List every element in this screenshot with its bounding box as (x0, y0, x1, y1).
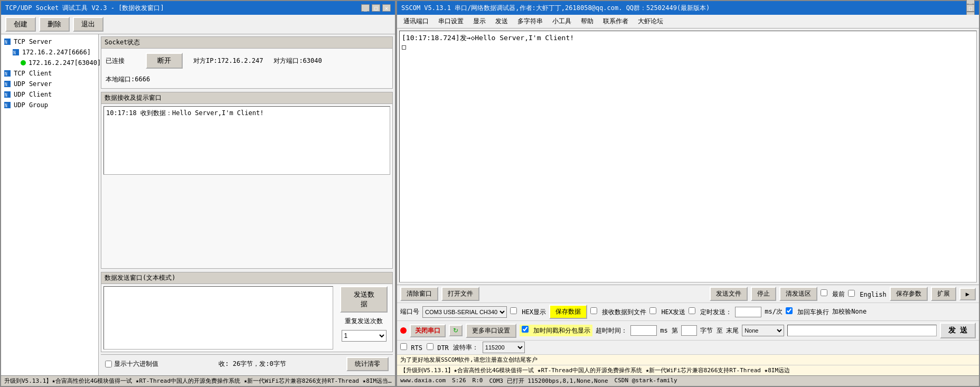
more-ports-btn[interactable]: 更多串口设置 (466, 324, 516, 338)
menu-contact[interactable]: 联系作者 (599, 16, 633, 27)
socket-status-content: 已连接 断开 对方IP:172.16.2.247 对方端口:63040 (101, 49, 392, 73)
last-checkbox-label[interactable]: 最前 (821, 289, 845, 299)
sidebar: N TCP Server N 172.16.2.247[6666] 172.16… (1, 34, 99, 375)
clear-send-btn[interactable]: 清发送区 (779, 287, 817, 301)
clear-window-btn[interactable]: 清除窗口 (400, 287, 438, 301)
sidebar-label-ip-6666: 172.16.2.247[6666] (22, 49, 91, 56)
dtr-label[interactable]: DTR (427, 343, 449, 352)
send-data-button[interactable]: 发送数据 (340, 286, 388, 313)
bottom-toolbar: 清除窗口 打开文件 发送文件 停止 清发送区 最前 English 保存参数 扩… (397, 285, 979, 375)
data-receive-box: 数据接收及提示窗口 10:17:18 收到数据：Hello Server,I'm… (101, 92, 393, 269)
menu-comm-port[interactable]: 通讯端口 (399, 16, 433, 27)
port-select[interactable]: COM3 USB-SERIAL CH340 (422, 306, 507, 318)
repeat-select[interactable]: 1 2 5 10 (342, 330, 387, 342)
fa-send-btn[interactable]: 发 送 (940, 323, 976, 338)
sidebar-label-udp-client: UDP Client (14, 91, 52, 98)
hex-show-checkbox[interactable] (510, 307, 517, 314)
menu-display[interactable]: 显示 (469, 16, 490, 27)
byte-count: 收: 26字节，发:0字节 (219, 360, 286, 369)
statusbar-url: www.daxia.com (400, 377, 446, 385)
stats-clear-button[interactable]: 统计清零 (346, 357, 389, 371)
display-content-line1: [10:17:18.724]发→◇Hello Server,I'm Client… (402, 33, 974, 51)
left-minimize-btn[interactable]: _ (361, 4, 370, 12)
sidebar-item-udp-client[interactable]: N UDP Client (1, 89, 98, 100)
socket-status-row2: 本地端口:6666 (101, 73, 392, 88)
connected-status: 已连接 (106, 56, 125, 65)
send-content: 发送数据 重复发送次数 1 2 5 10 (101, 284, 392, 352)
socket-status-box: Socket状态 已连接 断开 对方IP:172.16.2.247 对方端口:6… (101, 36, 393, 89)
svg-point-4 (21, 60, 26, 65)
save-data-btn[interactable]: 保存数据 (549, 305, 587, 319)
expand-btn[interactable]: 扩展 (931, 287, 956, 301)
svg-text:N: N (5, 93, 7, 98)
recv-to-file-label[interactable]: 接收数据到文件 (590, 307, 646, 317)
create-button[interactable]: 创建 (5, 17, 36, 32)
send-file-btn[interactable]: 发送文件 (710, 287, 748, 301)
recv-to-file-checkbox[interactable] (590, 307, 597, 314)
refresh-btn[interactable]: ↻ (449, 325, 463, 336)
menu-send[interactable]: 发送 (491, 16, 512, 27)
right-minimize-btn[interactable]: _ (966, 0, 975, 4)
remote-port: 对方端口:63040 (274, 56, 322, 65)
sidebar-item-ip-63040[interactable]: 172.16.2.247[63040] (1, 58, 98, 68)
sidebar-item-udp-server[interactable]: N UDP Server (1, 79, 98, 89)
timed-send-label[interactable]: 定时发送： (689, 307, 732, 317)
menu-help[interactable]: 帮助 (577, 16, 598, 27)
dtr-checkbox[interactable] (427, 343, 434, 350)
baud-select[interactable]: 115200 9600 38400 (483, 342, 525, 353)
port-label: 端口号 (400, 307, 419, 316)
sidebar-item-tcp-client[interactable]: N TCP Client (1, 68, 98, 79)
english-checkbox[interactable] (848, 290, 855, 297)
close-port-btn[interactable]: 关闭串口 (410, 324, 446, 337)
menu-serial-settings[interactable]: 串口设置 (434, 16, 468, 27)
bottom-toolbar-row1: 清除窗口 打开文件 发送文件 停止 清发送区 最前 English 保存参数 扩… (397, 285, 979, 303)
sidebar-item-udp-group[interactable]: N UDP Group (1, 100, 98, 110)
right-maximize-btn[interactable]: □ (966, 4, 975, 12)
menu-tools[interactable]: 小工具 (548, 16, 576, 27)
sidebar-item-ip-6666[interactable]: N 172.16.2.247[6666] (1, 47, 98, 58)
ad-bar2: 【升级到V5.13.1】★合宙高性价比4G模块值得一试 ★RT-Thread中国… (397, 365, 979, 375)
hex-send-checkbox[interactable] (649, 307, 656, 314)
last-checkbox[interactable] (821, 289, 827, 296)
exit-button[interactable]: 退出 (73, 17, 103, 32)
ad-bar1: 为了更好地发展SSCOM软件,请您注册嘉立创结尾客户 (397, 354, 979, 365)
open-file-btn[interactable]: 打开文件 (441, 287, 479, 301)
send-text-input[interactable]: Hello Server,I'm Client! (787, 325, 936, 336)
stop-btn[interactable]: 停止 (751, 287, 776, 301)
menu-multistring[interactable]: 多字符串 (513, 16, 547, 27)
data-receive-content[interactable]: 10:17:18 收到数据：Hello Server,I'm Client! (103, 106, 390, 175)
hex-show-label[interactable]: HEX显示 (510, 307, 546, 317)
add-newline-label[interactable]: 加回车换行 (786, 307, 829, 317)
hex-send-label[interactable]: HEX发送 (649, 307, 685, 317)
save-params-btn[interactable]: 保存参数 (890, 287, 928, 301)
disconnect-button[interactable]: 断开 (146, 53, 183, 69)
main-display[interactable]: [10:17:18.724]发→◇Hello Server,I'm Client… (399, 31, 977, 282)
show-hex-checkbox[interactable] (105, 361, 112, 367)
show-hex-label[interactable]: 显示十六进制值 (105, 360, 158, 369)
byte-pos-input[interactable]: 1 (681, 325, 697, 336)
ad-text2: 【升级到V5.13.1】★合宙高性价比4G模块值得一试 ★RT-Thread中国… (400, 367, 790, 374)
send-textarea[interactable] (103, 286, 333, 350)
timestamp-checkbox[interactable] (522, 326, 529, 333)
timestamp-label[interactable]: 加时间戳和分包显示 (520, 325, 592, 336)
rts-checkbox[interactable] (400, 343, 407, 350)
timed-value-input[interactable]: 1000 (735, 307, 761, 317)
sidebar-label-tcp-client: TCP Client (14, 70, 52, 77)
left-right-panel: Socket状态 已连接 断开 对方IP:172.16.2.247 对方端口:6… (99, 34, 395, 375)
add-newline-checkbox[interactable] (786, 307, 793, 314)
sidebar-item-tcp-server[interactable]: N TCP Server (1, 36, 98, 47)
left-window: TCP/UDP Socket 调试工具 V2.3 - [数据收发窗口] _ □ … (0, 0, 396, 387)
local-port: 本地端口:6666 (106, 75, 150, 83)
english-checkbox-label[interactable]: English (848, 290, 887, 298)
left-close-btn[interactable]: ✕ (382, 4, 391, 12)
check-select[interactable]: None (742, 325, 784, 336)
menu-forum[interactable]: 大虾论坛 (634, 16, 667, 27)
statusbar-com: COM3 已打开 115200bps,8,1,None,None (489, 377, 608, 385)
left-maximize-btn[interactable]: □ (372, 4, 380, 12)
delete-button[interactable]: 删除 (39, 17, 70, 32)
svg-text:N: N (5, 40, 7, 45)
rts-label[interactable]: RTS (400, 343, 422, 352)
more-btn[interactable]: ▶ (959, 288, 976, 300)
timed-send-checkbox[interactable] (689, 307, 695, 314)
timeout-input[interactable]: 20 (630, 325, 657, 336)
